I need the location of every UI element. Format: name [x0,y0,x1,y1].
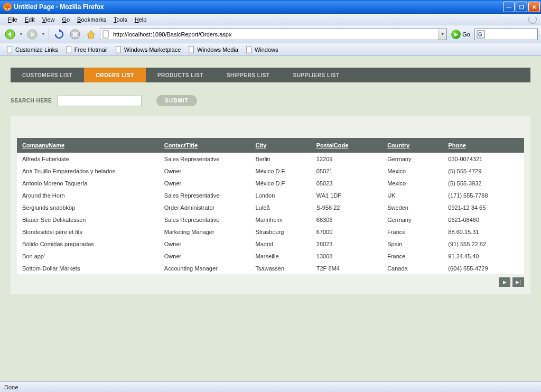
menu-view[interactable]: View [39,15,59,24]
cell: Strasbourg [250,226,311,238]
cell: Mannheim [250,213,311,226]
tab-shippers[interactable]: SHIPPERS LIST [215,68,282,82]
submit-button[interactable]: SUBMIT [156,95,197,106]
window-title: Untitled Page - Mozilla Firefox [14,3,503,11]
tab-customers[interactable]: CUSTOMERS LIST [11,68,84,82]
url-bar[interactable]: ▼ [100,29,447,40]
browser-search-box[interactable]: G [474,29,538,40]
tab-products[interactable]: PRODUCTS LIST [146,68,215,82]
col-country[interactable]: Country [382,138,443,153]
page-icon [102,30,110,39]
cell: Owner [159,250,250,262]
table-container: CompanyName ContactTitle City PostalCode… [11,116,530,294]
table-row: Bólido Comidas preparadasOwnerMadrid2802… [17,238,524,250]
home-button[interactable] [84,27,98,41]
bookmark-windows[interactable]: Windows [242,45,282,54]
cell: Madrid [250,238,311,250]
cell: Sales Representative [159,189,250,201]
go-icon: ▶ [451,30,461,39]
col-postalcode[interactable]: PostalCode [311,138,382,153]
menu-tools[interactable]: Tools [110,15,131,24]
menu-go[interactable]: Go [58,15,73,24]
url-dropdown[interactable]: ▼ [438,29,446,40]
svg-text:G: G [478,32,482,38]
cell: S-958 22 [311,201,382,213]
cell: 0621-08460 [443,213,524,226]
reload-button[interactable] [52,27,66,41]
tab-suppliers[interactable]: SUPPLIERS LIST [281,68,351,82]
table-row: Around the HornSales RepresentativeLondo… [17,189,524,201]
table-row: Alfreds FutterkisteSales RepresentativeB… [17,153,524,165]
cell: 05023 [311,177,382,189]
restore-button[interactable]: ❐ [516,2,527,12]
cell: 67000 [311,226,382,238]
table-row: Bottom-Dollar MarketsAccounting ManagerT… [17,262,524,274]
svg-rect-10 [247,46,251,52]
cell: 13008 [311,250,382,262]
cell: Ana Trujillo Emparedados y helados [17,165,159,177]
menu-file[interactable]: File [4,15,21,24]
menu-bookmarks[interactable]: Bookmarks [73,15,110,24]
svg-rect-9 [189,46,194,52]
cell: Accounting Manager [159,262,250,274]
cell: Tsawassen [250,262,311,274]
go-label: Go [462,31,470,38]
menu-edit[interactable]: Edit [21,15,39,24]
cell: (5) 555-3932 [443,177,524,189]
back-button[interactable] [3,27,17,41]
table-row: Antonio Moreno TaqueríaOwnerMéxico D.F.0… [17,177,524,189]
col-companyname[interactable]: CompanyName [17,138,159,153]
cell: (5) 555-4729 [443,165,524,177]
go-button[interactable]: ▶ Go [449,30,472,39]
table-row: Blauer See DelikatessenSales Representat… [17,213,524,226]
bookmark-windows-marketplace[interactable]: Windows Marketplace [112,45,184,54]
cell: France [382,250,443,262]
cell: Marseille [250,250,311,262]
cell: 030-0074321 [443,153,524,165]
search-row: SEARCH HERE SUBMIT [0,82,541,116]
bookmark-free-hotmail[interactable]: Free Hotmail [62,45,111,54]
cell: Bottom-Dollar Markets [17,262,159,274]
pager-last-button[interactable]: ▶| [512,277,524,287]
url-input[interactable] [112,30,438,39]
menu-help[interactable]: Help [131,15,151,24]
svg-rect-8 [116,46,120,52]
cell: Blauer See Delikatessen [17,213,159,226]
cell: Canada [382,262,443,274]
table-header-row: CompanyName ContactTitle City PostalCode… [17,138,524,153]
svg-rect-7 [66,46,71,52]
close-button[interactable]: ✕ [528,2,540,12]
cell: 88.60.15.31 [443,226,524,238]
minimize-button[interactable]: — [503,2,515,12]
col-city[interactable]: City [250,138,311,153]
cell: Owner [159,238,250,250]
pager-next-button[interactable]: ▶ [499,277,510,287]
cell: 28023 [311,238,382,250]
tab-orders[interactable]: ORDERS LIST [84,68,146,82]
cell: Owner [159,165,250,177]
bookmark-windows-media[interactable]: Windows Media [185,45,241,54]
forward-button[interactable] [25,27,39,41]
cell: Spain [382,238,443,250]
menubar: File Edit View Go Bookmarks Tools Help [0,14,541,25]
titlebar: 🦊 Untitled Page - Mozilla Firefox — ❐ ✕ [0,0,541,14]
back-dropdown[interactable]: ▼ [19,32,23,36]
search-input[interactable] [57,96,142,106]
cell: Bólido Comidas preparadas [17,238,159,250]
col-contacttitle[interactable]: ContactTitle [159,138,250,153]
bookmark-customize-links[interactable]: Customize Links [3,45,61,54]
forward-dropdown[interactable]: ▼ [41,32,45,36]
bookmark-toolbar: Customize Links Free Hotmail Windows Mar… [0,43,541,56]
cell: 12209 [311,153,382,165]
throbber-icon [528,15,537,24]
cell: Alfreds Futterkiste [17,153,159,165]
cell: Sales Representative [159,213,250,226]
col-phone[interactable]: Phone [443,138,524,153]
cell: 05021 [311,165,382,177]
statusbar: Done [0,381,541,392]
page-content: CUSTOMERS LIST ORDERS LIST PRODUCTS LIST… [0,56,541,381]
table-row: Ana Trujillo Emparedados y heladosOwnerM… [17,165,524,177]
stop-button[interactable] [68,27,82,41]
cell: Luleå [250,201,311,213]
cell: Mexico [382,165,443,177]
